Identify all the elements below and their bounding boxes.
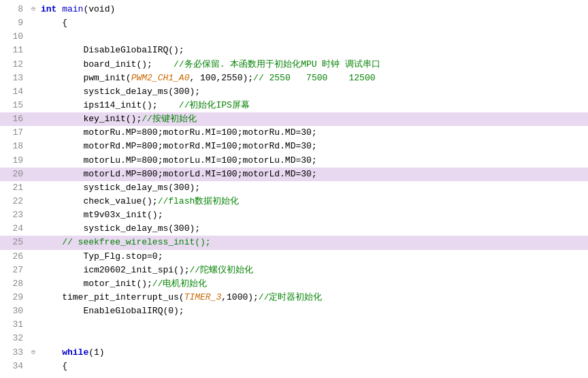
code-token: // seekfree_wireless_init(); bbox=[41, 237, 211, 247]
line-number: 20 bbox=[0, 168, 29, 181]
code-token: board_init(); bbox=[41, 59, 174, 69]
code-token: //flash数据初始化 bbox=[158, 196, 240, 206]
line-content: check_value();//flash数据初始化 bbox=[38, 195, 239, 208]
line-content: ips114_init(); //初始化IPS屏幕 bbox=[38, 99, 250, 112]
code-line: 14 systick_delay_ms(300); bbox=[0, 85, 588, 99]
code-token: motorRd.MP=800;motorRd.MI=100;motorRd.MD… bbox=[41, 141, 317, 151]
line-number: 28 bbox=[0, 277, 29, 291]
line-content: { bbox=[38, 360, 67, 373]
code-token: timer_pit_interrupt_us( bbox=[41, 292, 184, 302]
line-number: 25 bbox=[0, 236, 29, 249]
line-content: key_init();//按键初始化 bbox=[38, 112, 197, 126]
code-token: // 2550 7500 12500 bbox=[253, 73, 375, 83]
line-number: 32 bbox=[0, 332, 29, 345]
line-content: systick_delay_ms(300); bbox=[38, 181, 200, 195]
code-token: //务必保留. 本函数用于初始化MPU 时钟 调试串口 bbox=[174, 59, 380, 69]
code-token: mt9v03x_init(); bbox=[41, 210, 163, 220]
code-token: { bbox=[41, 18, 67, 28]
code-line: 15 ips114_init(); //初始化IPS屏幕 bbox=[0, 99, 588, 112]
line-content: systick_delay_ms(300); bbox=[38, 222, 200, 236]
code-token: motor_init(); bbox=[41, 279, 152, 289]
line-number: 23 bbox=[0, 208, 29, 222]
line-content: mt9v03x_init(); bbox=[38, 208, 163, 222]
line-number: 31 bbox=[0, 318, 29, 332]
code-token: while bbox=[62, 347, 88, 358]
code-token: pwm_init( bbox=[41, 73, 131, 83]
line-number: 33 bbox=[0, 346, 29, 360]
code-line: 32 bbox=[0, 332, 588, 345]
line-number: 15 bbox=[0, 99, 29, 112]
fold-icon[interactable]: ⊖ bbox=[29, 4, 38, 15]
code-line: 10 bbox=[0, 30, 588, 44]
code-token: //按键初始化 bbox=[142, 114, 197, 124]
code-token: motorRu.MP=800;motorRu.MI=100;motorRu.MD… bbox=[41, 127, 317, 138]
code-token: DisableGlobalIRQ(); bbox=[41, 45, 184, 55]
code-line: 20 motorLd.MP=800;motorLd.MI=100;motorLd… bbox=[0, 168, 588, 181]
code-line: 13 pwm_init(PWM2_CH1_A0, 100,2550);// 25… bbox=[0, 72, 588, 85]
code-token: TIMER_3 bbox=[184, 292, 222, 302]
code-line: 29 timer_pit_interrupt_us(TIMER_3,1000);… bbox=[0, 291, 588, 304]
line-content: motor_init();//电机初始化 bbox=[38, 277, 207, 291]
code-token bbox=[41, 347, 62, 358]
code-token: ,1000); bbox=[221, 292, 259, 302]
code-line: 31 bbox=[0, 318, 588, 332]
line-content: { bbox=[38, 16, 67, 30]
code-token: (1) bbox=[88, 347, 104, 358]
code-token: { bbox=[41, 361, 67, 371]
code-token: motorLu.MP=800;motorLu.MI=100;motorLu.MD… bbox=[41, 155, 317, 166]
line-number: 34 bbox=[0, 360, 29, 373]
line-content: Typ_Flg.stop=0; bbox=[38, 250, 163, 264]
code-line: 8⊖int main(void) bbox=[0, 3, 588, 16]
code-token: (void) bbox=[83, 4, 115, 14]
line-number: 22 bbox=[0, 195, 29, 208]
code-token: PWM2_CH1_A0 bbox=[131, 73, 190, 83]
line-number: 19 bbox=[0, 154, 29, 168]
code-line: 18 motorRd.MP=800;motorRd.MI=100;motorRd… bbox=[0, 140, 588, 153]
line-content: motorLd.MP=800;motorLd.MI=100;motorLd.MD… bbox=[38, 168, 317, 181]
line-number: 8 bbox=[0, 3, 29, 16]
code-line: 30 EnableGlobalIRQ(0); bbox=[0, 304, 588, 318]
code-line: 11 DisableGlobalIRQ(); bbox=[0, 44, 588, 57]
line-number: 12 bbox=[0, 58, 29, 72]
code-line: 19 motorLu.MP=800;motorLu.MI=100;motorLu… bbox=[0, 154, 588, 168]
line-content: motorRu.MP=800;motorRu.MI=100;motorRu.MD… bbox=[38, 126, 317, 140]
line-number: 10 bbox=[0, 30, 29, 44]
code-token: systick_delay_ms(300); bbox=[41, 223, 200, 234]
code-line: 9 { bbox=[0, 16, 588, 30]
code-line: 12 board_init(); //务必保留. 本函数用于初始化MPU 时钟 … bbox=[0, 58, 588, 72]
code-token: systick_delay_ms(300); bbox=[41, 86, 200, 97]
code-token: , 100,2550); bbox=[189, 73, 253, 83]
code-line: 25 // seekfree_wireless_init(); bbox=[0, 236, 588, 249]
code-token: //定时器初始化 bbox=[259, 292, 323, 302]
line-number: 18 bbox=[0, 140, 29, 153]
line-content: DisableGlobalIRQ(); bbox=[38, 44, 184, 57]
line-content: board_init(); //务必保留. 本函数用于初始化MPU 时钟 调试串… bbox=[38, 58, 380, 72]
code-line: 26 Typ_Flg.stop=0; bbox=[0, 250, 588, 264]
line-content: int main(void) bbox=[38, 3, 115, 16]
line-number: 21 bbox=[0, 181, 29, 195]
line-content: while(1) bbox=[38, 346, 105, 360]
line-content: motorRd.MP=800;motorRd.MI=100;motorRd.MD… bbox=[38, 140, 317, 153]
line-number: 24 bbox=[0, 222, 29, 236]
line-number: 13 bbox=[0, 72, 29, 85]
fold-icon[interactable]: ⊖ bbox=[29, 347, 38, 358]
code-token: main bbox=[62, 4, 83, 14]
line-number: 30 bbox=[0, 304, 29, 318]
line-content: systick_delay_ms(300); bbox=[38, 85, 200, 99]
line-content: EnableGlobalIRQ(0); bbox=[38, 304, 184, 318]
code-line: 21 systick_delay_ms(300); bbox=[0, 181, 588, 195]
line-number: 16 bbox=[0, 112, 29, 126]
line-content: motorLu.MP=800;motorLu.MI=100;motorLu.MD… bbox=[38, 154, 317, 168]
code-line: 28 motor_init();//电机初始化 bbox=[0, 277, 588, 291]
code-line: 23 mt9v03x_init(); bbox=[0, 208, 588, 222]
code-line: 22 check_value();//flash数据初始化 bbox=[0, 195, 588, 208]
line-content: // seekfree_wireless_init(); bbox=[38, 236, 211, 249]
line-number: 29 bbox=[0, 291, 29, 304]
code-line: 34 { bbox=[0, 360, 588, 373]
code-editor: 8⊖int main(void)9 {10 11 DisableGlobalIR… bbox=[0, 0, 588, 378]
code-token: //初始化IPS屏幕 bbox=[179, 100, 250, 110]
line-content: icm20602_init_spi();//陀螺仪初始化 bbox=[38, 264, 253, 277]
code-token: key_init(); bbox=[41, 114, 142, 124]
code-token: int bbox=[41, 4, 56, 14]
line-number: 27 bbox=[0, 264, 29, 277]
